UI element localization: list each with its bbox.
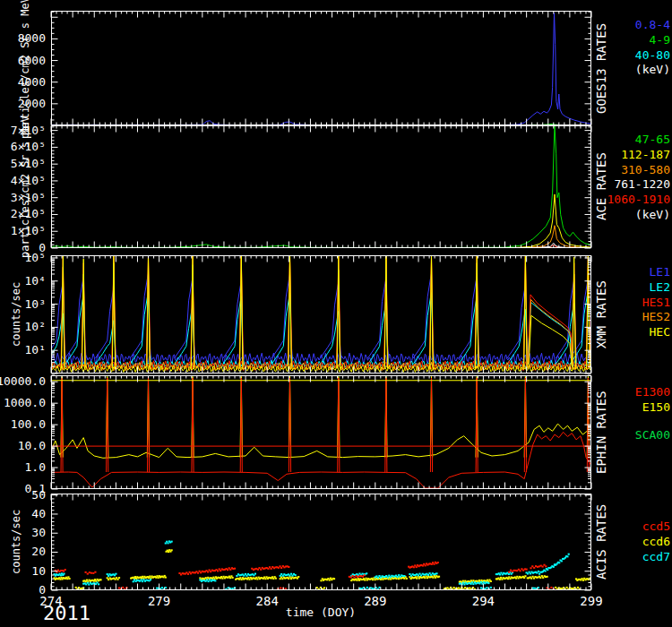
svg-text:1000.0: 1000.0 [4,396,46,409]
goes13-rates-panel: 2000400060008000 [51,11,591,125]
legend-entry: LE1 [606,265,670,280]
legend-entry: ccd7 [606,550,670,565]
acis-legend: ccd5ccd6ccd7 [606,520,670,564]
x-axis-title: time (DOY) [267,606,375,619]
legend-entry: LE2 [606,280,670,296]
legend-entry: E150 [606,400,670,416]
legend-entry: HES1 [606,296,670,311]
svg-text:10²: 10² [25,320,46,333]
xmm-y-axis-title: counts/sec [9,255,23,374]
legend-entry: HEC [606,325,670,340]
svg-text:299: 299 [580,594,602,608]
goes13-legend: 0.8-44-940-80(keV) [606,18,670,78]
acis-rates-panel: 01020304050274279284289294299 [51,494,591,590]
svg-text:30: 30 [31,526,46,539]
legend-entry: E1300 [606,385,670,400]
ace-legend: 47-65112-187310-580761-12201060-1910(keV… [606,133,670,223]
legend-entry: ccd5 [606,520,670,535]
svg-text:10000.0: 10000.0 [0,374,46,388]
legend-entry: 0.8-4 [606,18,670,33]
svg-text:10¹: 10¹ [25,343,46,356]
svg-text:10³: 10³ [25,297,46,311]
svg-text:50: 50 [31,488,46,502]
legend-entry: (keV) [606,208,670,223]
svg-text:294: 294 [472,594,495,608]
ephin-rates-panel: 0.11.010.0100.01000.010000.0 [51,375,591,489]
xmm-legend: LE1LE2HES1HES2HEC [606,265,670,340]
svg-text:1.0: 1.0 [25,460,46,474]
ephin-legend: E1300E150SCA00 [606,385,670,442]
legend-entry: 47-65 [606,133,670,148]
legend-entry: HES2 [606,310,670,325]
ace-y-axis-title: particles/cm2 Sr s MeV [18,125,32,248]
goes13-y-axis-title: particles/cm2 Sr s MeV [18,11,32,125]
svg-text:10⁴: 10⁴ [25,274,46,288]
svg-text:40: 40 [31,507,46,520]
svg-text:20: 20 [31,545,46,558]
year-label: 2011 [43,602,90,624]
svg-text:279: 279 [148,594,170,608]
legend-entry: 761-1220 [606,177,670,193]
legend-entry: 310-580 [606,163,670,178]
legend-entry: 40-80 [606,48,670,64]
legend-entry: 4-9 [606,33,670,48]
legend-entry: SCA00 [606,428,670,443]
svg-text:100.0: 100.0 [11,417,46,431]
radiation-monitor-figure: 2000400060008000 01×10⁵2×10⁵3×10⁵4×10⁵5×… [0,0,672,627]
ace-rates-panel: 01×10⁵2×10⁵3×10⁵4×10⁵5×10⁵6×10⁵7×10⁵ [51,125,591,248]
legend-entry: 112-187 [606,148,670,163]
xmm-rates-panel: 10¹10²10³10⁴10⁵ [51,255,591,374]
legend-entry: (keV) [606,63,670,78]
svg-text:10.0: 10.0 [18,439,46,452]
acis-y-axis-title: counts/sec [9,494,23,590]
legend-entry: ccd6 [606,535,670,550]
svg-text:10: 10 [31,564,46,578]
legend-entry: 1060-1910 [606,193,670,208]
